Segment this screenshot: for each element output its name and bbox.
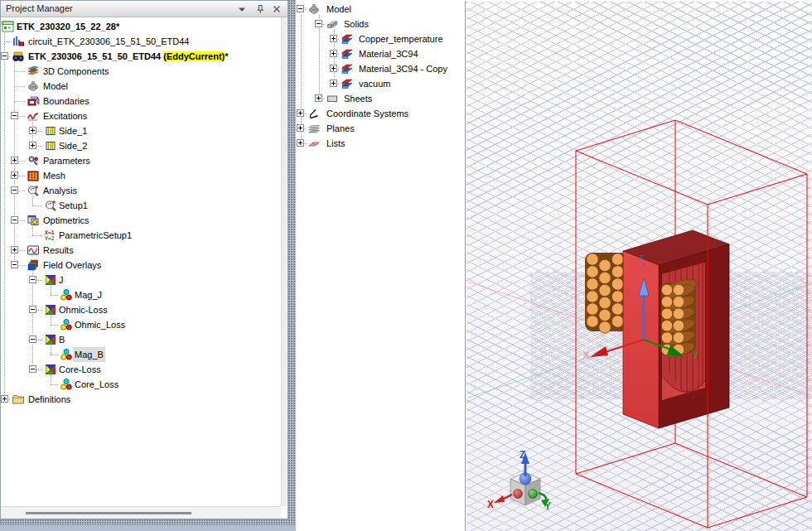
expand-toggle[interactable] [29,142,36,149]
core-front-face[interactable] [623,251,659,428]
winding-turn [611,303,623,315]
tree-item-side-1[interactable]: Side_1 [1,123,281,138]
winding-turn [599,272,611,283]
expand-toggle[interactable] [297,109,304,117]
expand-toggle[interactable] [11,246,18,253]
expand-toggle[interactable] [29,127,36,134]
tree-item-material-3c94-copy[interactable]: Material_3C94 - Copy [296,61,462,76]
expand-toggle[interactable] [11,171,18,179]
dropdown-arrow-icon[interactable] [236,3,248,15]
pin-icon[interactable] [254,3,266,15]
tree-item-boundaries[interactable]: Boundaries [1,94,281,109]
tree-item-label: J [57,273,65,287]
tree-item-mag-j[interactable]: Mag_J [1,287,281,302]
collapse-toggle[interactable] [11,216,18,224]
tree-item-model[interactable]: Model [296,2,462,17]
tree-item-b[interactable]: B [1,332,281,347]
tree-item-sheets[interactable]: Sheets [296,91,462,106]
expand-toggle[interactable] [315,94,322,102]
tree-item-label: Sheets [342,91,374,106]
tree-item-label: Material_3C94 [357,46,420,61]
tree-item-label: vacuum [357,76,393,91]
collapse-toggle[interactable] [11,186,18,194]
tree-item-etk-230306-15-51-50-etd44-eddycurrent[interactable]: ETK_230306_15_51_50_ETD44 (EddyCurrent)* [1,49,281,64]
tree-item-label: Boundaries [41,94,91,109]
tree-item-3d-components[interactable]: 3D Components [1,64,281,79]
triad-y-ball[interactable] [529,490,538,499]
collapse-toggle[interactable] [29,276,36,283]
collapse-toggle[interactable] [29,335,36,343]
panel-border-texture [0,519,288,525]
winding-outer[interactable] [585,253,629,333]
tree-item-mag-b[interactable]: Mag_B [1,347,281,362]
tree-item-results[interactable]: Results [1,243,281,258]
tree-item-solids[interactable]: Solids [296,17,462,31]
tree-item-etk-230320-15-22-28[interactable]: ETK_230320_15_22_28* [1,19,281,34]
status-strip [0,525,296,531]
tree-item-label: Mag_B [73,347,105,362]
tree-item-field-overlays[interactable]: Field Overlays [1,258,281,273]
collapse-toggle[interactable] [1,52,8,60]
svg-text:Y=2: Y=2 [45,235,55,242]
expand-toggle[interactable] [330,35,337,42]
tree-item-core-loss[interactable]: Core_Loss [1,377,281,392]
close-icon[interactable] [271,3,283,15]
expand-toggle[interactable] [330,50,337,57]
collapse-toggle[interactable] [297,5,304,12]
collapse-toggle[interactable] [315,20,322,27]
tree-item-optimetrics[interactable]: Optimetrics [1,213,281,228]
tree-item-mesh[interactable]: Mesh [1,168,281,183]
setup-icon [44,199,57,212]
tree-item-model[interactable]: Model [1,79,281,94]
tree-item-coordinate-systems[interactable]: Coordinate Systems [296,106,462,121]
winding-turn [599,321,611,333]
tree-item-excitations[interactable]: Excitations [1,109,281,123]
expand-toggle[interactable] [297,139,304,147]
scrollbar-thumb[interactable] [26,512,191,514]
collapse-toggle[interactable] [11,261,18,268]
expand-toggle[interactable] [330,80,337,87]
tree-item-j[interactable]: J [1,273,281,287]
orientation-triad[interactable]: Z X Y [487,449,551,512]
triad-x-ball[interactable] [514,490,523,499]
tree-item-planes[interactable]: Planes [296,121,462,136]
tree-item-parametricsetup1[interactable]: X=1Y=2ParametricSetup1 [1,228,281,243]
winding-inner[interactable] [661,277,698,359]
tree-item-vacuum[interactable]: vacuum [296,76,462,91]
tree-item-label: ParametricSetup1 [57,228,133,243]
tree-item-ohmic-loss[interactable]: Ohmic-Loss [1,302,281,317]
expand-toggle[interactable] [11,157,18,164]
viewport-3d-scene[interactable]: X Y Z Z X Y [466,0,812,531]
tree-item-ohmic-loss[interactable]: Ohmic_Loss [1,317,281,332]
tree-item-copper-temperature[interactable]: Copper_temperature [296,31,462,46]
fieldoverlays-icon [27,258,40,272]
material-icon [341,77,354,90]
tree-item-parameters[interactable]: Parameters [1,153,281,168]
tree-item-core-loss[interactable]: Core-Loss [1,362,281,377]
project-manager-titlebar[interactable]: Project Manager [1,1,288,17]
fieldgroup-icon [44,303,57,316]
collapse-toggle[interactable] [11,112,18,119]
mesh-icon [27,169,40,182]
vertical-scrollbar[interactable] [281,17,288,506]
tree-item-label: Field Overlays [41,258,103,273]
horizontal-scrollbar[interactable] [1,506,281,519]
model-icon [27,80,40,93]
expand-toggle[interactable] [297,124,304,132]
panel-splitter[interactable] [288,0,296,525]
tree-item-material-3c94[interactable]: Material_3C94 [296,46,462,61]
tree-item-setup1[interactable]: Setup1 [1,198,281,213]
tree-connector [51,355,58,355]
tree-item-lists[interactable]: Lists [296,136,462,151]
collapse-toggle[interactable] [29,365,36,373]
parameters-icon [27,154,40,167]
expand-toggle[interactable] [1,395,8,403]
tree-item-side-2[interactable]: Side_2 [1,138,281,153]
modeler-tree-panel: ModelSolidsCopper_temperatureMaterial_3C… [296,0,462,531]
tree-item-definitions[interactable]: Definitions [1,392,281,407]
tree-item-circuit-etk-230306-15-51-50-etd44[interactable]: circuit_ETK_230306_15_51_50_ETD44 [1,34,281,49]
expand-toggle[interactable] [330,65,337,72]
winding-turn [673,284,684,296]
tree-item-analysis[interactable]: Analysis [1,183,281,198]
collapse-toggle[interactable] [29,306,36,313]
